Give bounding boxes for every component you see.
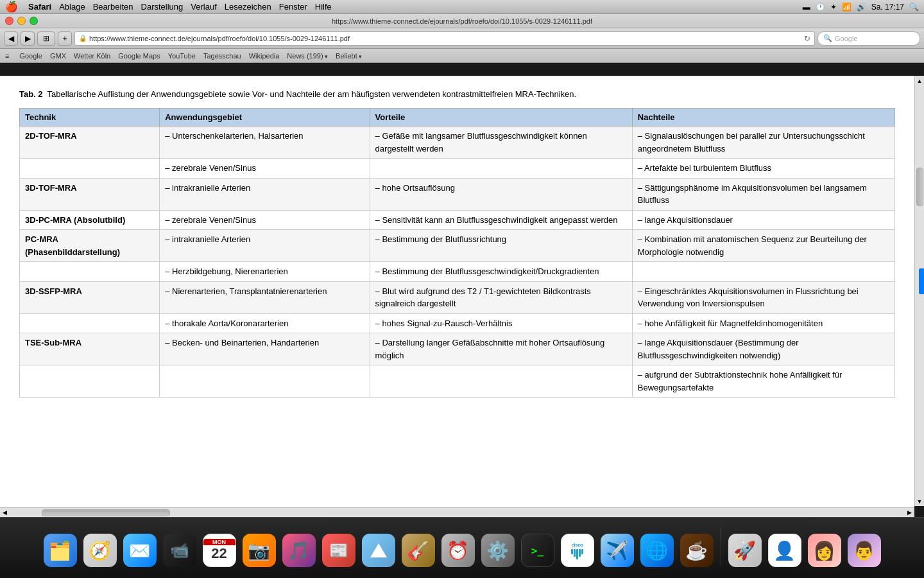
bookmark-google[interactable]: Google — [19, 52, 42, 60]
menu-bearbeiten[interactable]: Bearbeiten — [93, 2, 133, 12]
table-row: 3D-TOF-MRA– intrakranielle Arterien– hoh… — [20, 178, 895, 210]
menu-hilfe[interactable]: Hilfe — [315, 2, 332, 12]
dock-appstore[interactable]: 📰 — [320, 523, 357, 570]
table-cell — [20, 365, 160, 398]
col-header-vorteile: Vorteile — [370, 109, 632, 127]
table-row: 3D-SSFP-MRA– Nierenarterien, Transplanta… — [20, 281, 895, 313]
reload-icon[interactable]: ↻ — [804, 34, 810, 43]
dock-itunes[interactable]: 🎵 — [280, 523, 318, 570]
pdf-content: Tab. 2 Tabellarische Auflistung der Anwe… — [0, 76, 914, 507]
dock-calendar[interactable]: MON 22 — [201, 523, 238, 570]
back-button[interactable]: ◀ — [4, 31, 18, 46]
bookmark-gmx[interactable]: GMX — [50, 52, 66, 60]
table-cell: – Gefäße mit langsamer Blutflussgeschwin… — [370, 127, 632, 159]
search-menubar-icon[interactable]: 🔍 — [909, 3, 919, 12]
caption-text: Tabellarische Auflistung der Anwendungsg… — [47, 89, 577, 99]
dock-sysprefs[interactable]: ⚙️ — [479, 523, 517, 570]
search-bar[interactable]: 🔍 Google — [817, 31, 920, 46]
dock-user1[interactable]: 👩 — [806, 523, 843, 570]
maximize-button[interactable] — [30, 17, 38, 25]
table-cell: – Nierenarterien, Transplantatnierenarte… — [160, 281, 370, 313]
horizontal-scrollbar[interactable]: ◀ ▶ — [0, 507, 914, 517]
table-cell: TSE-Sub-MRA — [20, 333, 160, 365]
dock-user2[interactable]: 👨 — [846, 523, 883, 570]
menu-verlauf[interactable]: Verlauf — [191, 2, 216, 12]
col-header-nachteile: Nachteile — [632, 109, 894, 127]
scroll-down-arrow[interactable]: ▼ — [915, 496, 925, 506]
dock-reeder[interactable] — [360, 523, 397, 570]
dock-mail[interactable]: ✉️ — [121, 523, 158, 570]
wifi-icon: 📶 — [842, 3, 851, 12]
bookmark-news[interactable]: News (199) — [287, 52, 328, 60]
navigation-bar: ◀ ▶ ⊞ + 🔒 https://www.thieme-connect.de/… — [0, 28, 924, 49]
hscroll-thumb[interactable] — [42, 509, 170, 516]
dock-finder[interactable]: 🗂️ — [42, 523, 79, 570]
menu-lesezeichen[interactable]: Lesezeichen — [225, 2, 271, 12]
bookmark-tagesschau[interactable]: Tagesschau — [203, 52, 241, 60]
scroll-thumb[interactable] — [916, 168, 923, 206]
table-cell: 2D-TOF-MRA — [20, 127, 160, 159]
table-cell: – zerebrale Venen/Sinus — [160, 210, 370, 230]
search-placeholder: Google — [835, 35, 857, 42]
table-cell: – Signalauslöschungen bei parallel zur U… — [632, 127, 894, 159]
window-title: https://www.thieme-connect.de/ejournals/… — [332, 17, 592, 25]
menu-ablage[interactable]: Ablage — [59, 2, 85, 12]
table-cell: – Bestimmung der Blutflussgeschwindigkei… — [370, 262, 632, 282]
menu-darstellung[interactable]: Darstellung — [141, 2, 184, 12]
menu-fenster[interactable]: Fenster — [279, 2, 307, 12]
col-header-anwendung: Anwendungsgebiet — [160, 109, 370, 127]
dock-garageband[interactable]: 🎸 — [400, 523, 437, 570]
hscroll-right-arrow[interactable]: ▶ — [905, 509, 914, 516]
show-tabs-button[interactable]: ⊞ — [37, 31, 55, 46]
table-cell: – Sättigungsphänome im Akquisitionsvolum… — [632, 178, 894, 210]
clock-display: Sa. 17:17 — [871, 3, 904, 12]
bookmark-beliebt[interactable]: Beliebt — [336, 52, 362, 60]
close-button[interactable] — [5, 17, 13, 25]
dock-coffee[interactable]: ☕ — [678, 523, 715, 570]
table-row: – Herzbildgebung, Nierenarterien– Bestim… — [20, 262, 895, 282]
vertical-scrollbar[interactable]: ▲ ▼ — [914, 76, 924, 506]
minimize-button[interactable] — [17, 17, 26, 25]
table-cell: 3D-TOF-MRA — [20, 178, 160, 210]
address-bar[interactable]: 🔒 https://www.thieme-connect.de/ejournal… — [74, 31, 815, 46]
apple-menu[interactable]: 🍎 — [5, 1, 18, 13]
scroll-up-arrow[interactable]: ▲ — [915, 76, 925, 85]
table-cell: – Darstellung langer Gefäßabschnitte mit… — [370, 333, 632, 365]
mra-table: Technik Anwendungsgebiet Vorteile Nachte… — [19, 108, 895, 398]
dock-contacts[interactable]: 👤 — [766, 523, 803, 570]
hscroll-left-arrow[interactable]: ◀ — [0, 509, 10, 516]
dock-airmail[interactable]: ✈️ — [599, 523, 636, 570]
dock-facetime[interactable]: 📹 — [161, 523, 198, 570]
bookmark-maps[interactable]: Google Maps — [118, 52, 160, 60]
table-cell: – Sensitivität kann an Blutflussgeschwin… — [370, 210, 632, 230]
table-cell — [20, 313, 160, 333]
dock-iphoto[interactable]: 📷 — [241, 523, 278, 570]
table-row: 3D-PC-MRA (Absolutbild)– zerebrale Venen… — [20, 210, 895, 230]
search-icon: 🔍 — [823, 34, 832, 42]
dock-timemachine[interactable]: ⏰ — [440, 523, 477, 570]
table-cell: – lange Akquisitionsdauer (Bestimmung de… — [632, 333, 894, 365]
table-row: – aufgrund der Subtraktionstechnik hohe … — [20, 365, 895, 398]
bookmark-wikipedia[interactable]: Wikipedia — [249, 52, 280, 60]
table-cell: – intrakranielle Arterien — [160, 178, 370, 210]
new-tab-button[interactable]: + — [58, 31, 72, 46]
dock: 🗂️ 🧭 ✉️ 📹 MON 22 📷 🎵 — [0, 517, 924, 578]
bookmarks-bar: ≡ Google GMX Wetter Köln Google Maps You… — [0, 49, 924, 63]
volume-icon: 🔊 — [857, 3, 866, 12]
dock-separator — [721, 527, 721, 566]
sidebar-toggle[interactable]: ≡ — [5, 52, 9, 60]
dock-terminal[interactable]: >_ — [519, 523, 556, 570]
table-cell — [370, 365, 632, 398]
forward-button[interactable]: ▶ — [21, 31, 35, 46]
table-cell — [20, 159, 160, 179]
dock-launchpad[interactable]: 🚀 — [726, 523, 764, 570]
dock-cisco[interactable]: cisco — [559, 523, 596, 570]
table-cell: – Bestimmung der Blutflussrichtung — [370, 230, 632, 262]
bookmark-wetter[interactable]: Wetter Köln — [74, 52, 110, 60]
menu-safari[interactable]: Safari — [28, 2, 51, 12]
table-row: 2D-TOF-MRA– Unterschenkelarterien, Halsa… — [20, 127, 895, 159]
dock-safari[interactable]: 🧭 — [81, 523, 119, 570]
bookmark-youtube[interactable]: YouTube — [168, 52, 196, 60]
table-cell: – hohe Anfälligkeit für Magnetfeldinhomo… — [632, 313, 894, 333]
dock-browser[interactable]: 🌐 — [638, 523, 676, 570]
